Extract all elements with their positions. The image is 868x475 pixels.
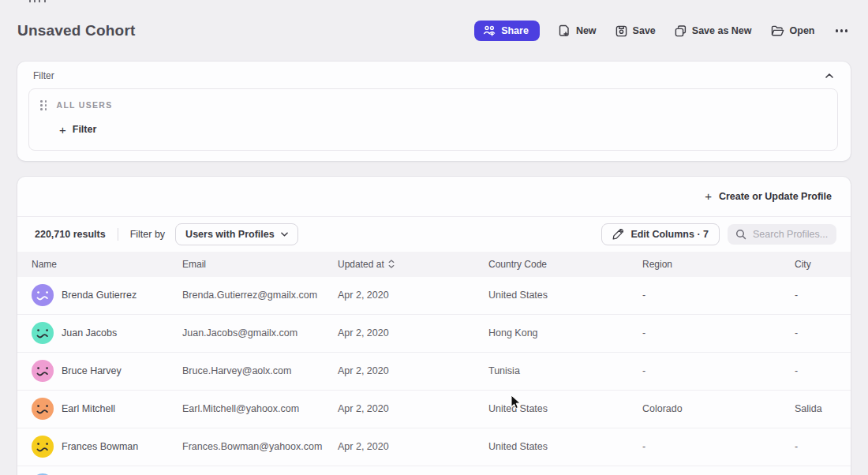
toolbar: Share New Save <box>474 21 849 41</box>
drag-handle-icon[interactable] <box>39 99 49 112</box>
table-row[interactable]: Frances Bowman Frances.Bowman@yahoox.com… <box>17 428 851 466</box>
profile-city: Salida <box>795 403 836 414</box>
more-options-button[interactable] <box>834 26 850 36</box>
profile-avatar <box>32 284 54 306</box>
search-profiles-box <box>728 224 836 245</box>
profile-avatar <box>32 398 54 420</box>
profile-city: - <box>795 327 836 338</box>
filter-group: ALL USERS + Filter <box>28 88 838 151</box>
profile-email: Earl.Mitchell@yahoox.com <box>182 403 338 414</box>
profile-email: Bruce.Harvey@aolx.com <box>182 365 338 376</box>
new-file-icon <box>559 24 571 37</box>
column-header-updated-at[interactable]: Updated at <box>338 259 488 270</box>
profile-updated-at: Apr 2, 2020 <box>338 365 488 376</box>
save-as-new-button[interactable]: Save as New <box>675 25 752 37</box>
table-row[interactable]: Bruce Harvey Bruce.Harvey@aolx.com Apr 2… <box>17 353 851 391</box>
collapse-filter-button[interactable] <box>824 72 835 80</box>
table-row[interactable]: Earl Mitchell Earl.Mitchell@yahoox.com A… <box>17 391 851 428</box>
profile-filter-dropdown[interactable]: Users with Profiles <box>175 223 298 245</box>
filter-by-label: Filter by <box>130 229 165 240</box>
profile-city: - <box>795 290 836 301</box>
save-icon <box>615 25 627 37</box>
profile-updated-at: Apr 2, 2020 <box>338 290 488 301</box>
profile-name: Frances Bowman <box>62 441 138 452</box>
column-header-country-code[interactable]: Country Code <box>488 259 642 270</box>
profile-region: - <box>642 290 795 301</box>
results-count: 220,710 results <box>35 229 106 240</box>
divider <box>118 228 118 241</box>
profile-region: - <box>642 441 795 452</box>
profile-region: - <box>642 327 795 338</box>
profile-updated-at: Apr 2, 2020 <box>338 441 488 452</box>
profile-updated-at: Apr 2, 2020 <box>338 327 488 338</box>
open-button[interactable]: Open <box>771 25 815 36</box>
profile-country-code: United States <box>488 403 642 414</box>
table-header: Name Email Updated at Country Code Regio… <box>17 252 851 277</box>
add-filter-button[interactable]: + Filter <box>59 124 96 136</box>
profile-name: Brenda Gutierrez <box>62 290 137 301</box>
search-icon <box>735 229 746 240</box>
table-body: Brenda Gutierrez Brenda.Gutierrez@gmailx… <box>17 277 851 475</box>
profile-country-code: United States <box>488 441 642 452</box>
edit-columns-button[interactable]: Edit Columns · 7 <box>601 223 720 245</box>
table-row[interactable] <box>17 466 851 475</box>
copy-icon <box>675 25 687 37</box>
plus-icon: + <box>705 190 712 202</box>
folder-open-icon <box>771 25 784 36</box>
profile-avatar <box>32 322 54 344</box>
chevron-up-icon <box>825 69 833 80</box>
search-profiles-input[interactable] <box>753 229 829 240</box>
profile-name: Juan Jacobs <box>62 327 117 338</box>
share-button[interactable]: Share <box>474 21 540 41</box>
table-row[interactable]: Brenda Gutierrez Brenda.Gutierrez@gmailx… <box>17 277 851 315</box>
share-users-icon <box>483 25 496 36</box>
column-header-email[interactable]: Email <box>182 259 338 270</box>
profile-email: Juan.Jacobs@gmailx.com <box>182 327 338 338</box>
results-toolbar: 220,710 results Filter by Users with Pro… <box>17 217 851 252</box>
filter-panel-title: Filter <box>33 70 54 81</box>
profile-avatar <box>32 436 54 458</box>
column-header-name[interactable]: Name <box>32 259 182 270</box>
profile-email: Frances.Bowman@yahoox.com <box>182 441 338 452</box>
profile-country-code: Hong Kong <box>488 327 642 338</box>
profile-country-code: Tunisia <box>488 365 642 376</box>
pencil-icon <box>612 229 623 240</box>
profile-city: - <box>795 365 836 376</box>
page-title: Unsaved Cohort <box>17 22 136 39</box>
profile-region: - <box>642 365 795 376</box>
table-row[interactable]: Juan Jacobs Juan.Jacobs@gmailx.com Apr 2… <box>17 315 851 353</box>
filter-panel: Filter ALL USERS + Filter <box>17 62 851 161</box>
profile-avatar <box>32 360 54 382</box>
profile-city: - <box>795 441 836 452</box>
profile-name: Bruce Harvey <box>62 365 122 376</box>
profile-country-code: United States <box>488 290 642 301</box>
profile-email: Brenda.Gutierrez@gmailx.com <box>182 290 338 301</box>
profile-updated-at: Apr 2, 2020 <box>338 403 488 414</box>
column-header-region[interactable]: Region <box>642 259 795 270</box>
profiles-panel: + Create or Update Profile 220,710 resul… <box>17 177 851 475</box>
create-or-update-profile-button[interactable]: + Create or Update Profile <box>705 190 832 202</box>
profile-region: Colorado <box>642 403 795 414</box>
filter-group-label: ALL USERS <box>57 100 113 110</box>
new-button[interactable]: New <box>559 24 597 37</box>
column-header-city[interactable]: City <box>795 259 836 270</box>
profile-name: Earl Mitchell <box>62 403 115 414</box>
sort-icon[interactable] <box>388 260 395 268</box>
topbar: Unsaved Cohort Share New <box>0 0 868 62</box>
plus-icon: + <box>59 124 66 136</box>
save-button[interactable]: Save <box>615 25 656 37</box>
chevron-down-icon <box>281 232 288 237</box>
